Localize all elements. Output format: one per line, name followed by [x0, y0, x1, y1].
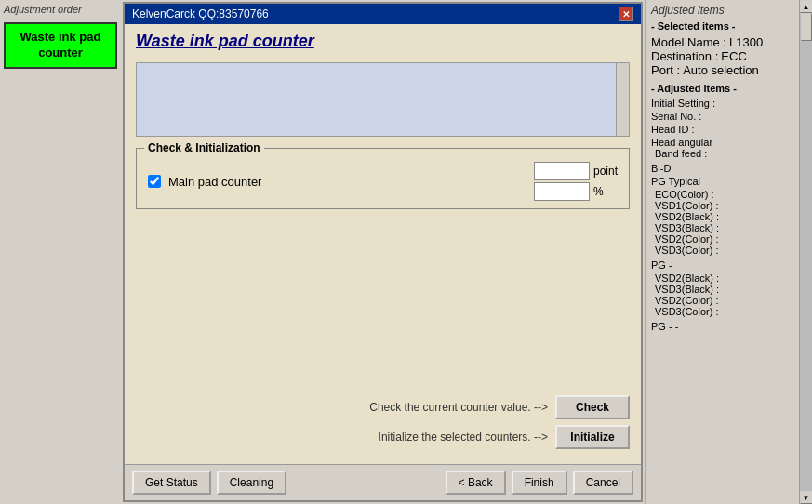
scroll-down-arrow[interactable]: ▼	[800, 491, 813, 504]
scroll-up-arrow[interactable]: ▲	[800, 0, 813, 13]
right-panel-scrollbar[interactable]: ▲ ▼	[799, 0, 812, 504]
get-status-button[interactable]: Get Status	[132, 471, 211, 495]
pg-bottom: PG - -	[651, 321, 795, 332]
action-area: Check the current counter value. --> Che…	[136, 217, 630, 457]
check-text: Check the current counter value. -->	[369, 401, 548, 414]
port-label: Port :	[651, 63, 680, 77]
destination-label: Destination :	[651, 49, 718, 63]
initialize-action-row: Initialize the selected counters. --> In…	[136, 425, 630, 449]
dialog-heading: Waste ink pad counter	[136, 32, 630, 51]
adjusted-items-heading: - Adjusted items -	[651, 83, 795, 94]
eco-color: ECO(Color) :	[651, 189, 795, 200]
model-name-value: L1300	[729, 35, 763, 49]
main-counter-label: Main pad counter	[168, 175, 526, 189]
sidebar: Adjustment order Waste ink pad counter	[0, 0, 121, 504]
main-counter-checkbox[interactable]	[148, 175, 161, 188]
initialize-button[interactable]: Initialize	[555, 425, 630, 449]
check-init-group: Check & Initialization Main pad counter …	[136, 148, 630, 209]
pg-vsd2-color: VSD2(Color) :	[651, 295, 795, 306]
head-angular: Head angular	[651, 137, 795, 148]
bi-d: Bi-D	[651, 163, 795, 174]
vsd2-color-1: VSD2(Color) :	[651, 233, 795, 245]
initial-setting: Initial Setting :	[651, 98, 795, 109]
cleaning-button[interactable]: Cleaning	[217, 471, 286, 495]
nav-buttons: < Back Finish Cancel	[446, 471, 633, 495]
bottom-bar: Get Status Cleaning < Back Finish Cancel	[125, 464, 641, 500]
vsd2-black-1: VSD2(Black) :	[651, 211, 795, 222]
group-label: Check & Initialization	[144, 141, 264, 154]
vsd1-color: VSD1(Color) :	[651, 200, 795, 211]
selected-items-heading: - Selected items -	[651, 20, 795, 32]
pg-vsd3-black: VSD3(Black) :	[651, 284, 795, 295]
port-row: Port : Auto selection	[651, 63, 795, 77]
counter-inputs: point %	[534, 162, 618, 201]
sidebar-item-waste-counter[interactable]: Waste ink pad counter	[4, 22, 117, 69]
adjusted-items-title: Adjusted items	[651, 4, 795, 17]
port-value: Auto selection	[683, 63, 759, 77]
sidebar-title: Adjustment order	[4, 4, 117, 15]
pg-label: PG -	[651, 259, 795, 271]
point-input-row: point	[534, 162, 618, 180]
log-scrollbar[interactable]	[616, 63, 629, 136]
dialog-content: Waste ink pad counter Check & Initializa…	[125, 24, 641, 464]
scroll-thumb[interactable]	[801, 13, 812, 41]
point-label: point	[593, 165, 618, 178]
pg-vsd3-color: VSD3(Color) :	[651, 306, 795, 317]
destination-value: ECC	[721, 49, 746, 63]
main-dialog: KelvenCarck QQ:83570766 ✕ Waste ink pad …	[123, 2, 643, 502]
percent-input[interactable]	[534, 182, 590, 201]
check-action-row: Check the current counter value. --> Che…	[136, 395, 630, 419]
pg-typical: PG Typical	[651, 176, 795, 187]
destination-row: Destination : ECC	[651, 49, 795, 63]
finish-button[interactable]: Finish	[512, 471, 567, 495]
model-name-row: Model Name : L1300	[651, 35, 795, 49]
head-id: Head ID :	[651, 124, 795, 135]
model-name-label: Model Name :	[651, 35, 726, 49]
log-area	[136, 62, 630, 137]
dialog-close-button[interactable]: ✕	[619, 7, 633, 21]
dialog-title-text: KelvenCarck QQ:83570766	[132, 7, 269, 20]
initialize-text: Initialize the selected counters. -->	[379, 431, 548, 444]
vsd3-color-1: VSD3(Color) :	[651, 245, 795, 256]
right-panel: Adjusted items - Selected items - Model …	[645, 0, 812, 504]
pg-vsd2-black: VSD2(Black) :	[651, 272, 795, 284]
scroll-track[interactable]	[800, 13, 813, 491]
main-counter-row: Main pad counter point %	[148, 162, 618, 201]
back-button[interactable]: < Back	[446, 471, 506, 495]
point-input[interactable]	[534, 162, 590, 180]
serial-no: Serial No. :	[651, 111, 795, 122]
dialog-titlebar: KelvenCarck QQ:83570766 ✕	[125, 4, 641, 24]
percent-label: %	[593, 185, 604, 198]
check-button[interactable]: Check	[555, 395, 630, 419]
percent-input-row: %	[534, 182, 618, 201]
vsd3-black-1: VSD3(Black) :	[651, 222, 795, 233]
cancel-button[interactable]: Cancel	[573, 471, 633, 495]
band-feed: Band feed :	[651, 148, 795, 159]
